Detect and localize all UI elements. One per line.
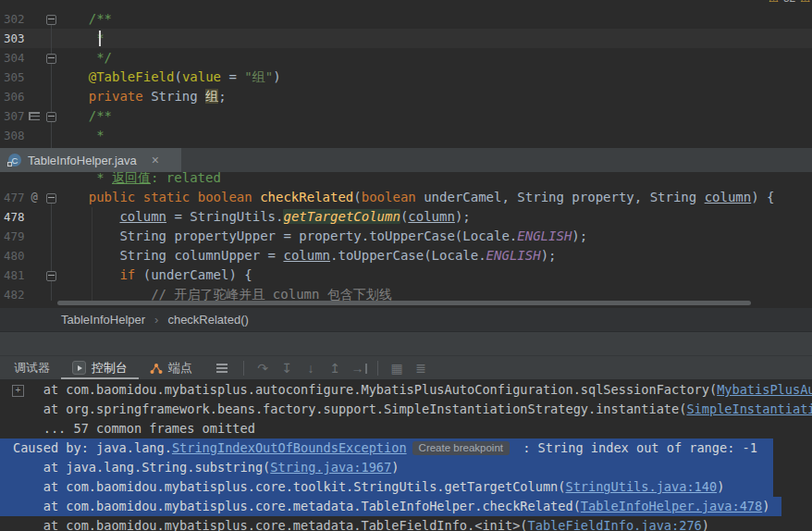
editor-top[interactable]: 302 /** 303 * 304 */ 305 @TableField(val… (0, 0, 812, 148)
code-line-partial[interactable]: * 返回值: related (0, 172, 812, 188)
code-text[interactable]: if (underCamel) { (57, 266, 812, 285)
stacktrace-link[interactable]: TableFieldInfo.java:276 (528, 518, 702, 531)
line-number: 478 (4, 207, 30, 227)
breadcrumb: TableInfoHelper › checkRelated() (0, 308, 812, 331)
code-text[interactable]: public static boolean checkRelated(boole… (57, 188, 812, 207)
text-segment: (underCamel) { (135, 267, 252, 282)
text-segment: : String index out of range: -1 (515, 440, 757, 455)
code-text[interactable]: * (57, 126, 812, 145)
stacktrace-link[interactable]: StringUtils.java:140 (565, 479, 717, 494)
tab-console[interactable]: 控制台 (61, 356, 139, 379)
toolbar-separator (243, 361, 244, 376)
tab-debugger[interactable]: 调试器 (3, 356, 61, 379)
editor-bottom[interactable]: * 返回值: related 477 @ public static boole… (0, 172, 812, 308)
text-segment: String (151, 89, 205, 104)
code-line[interactable]: 308 * (0, 126, 812, 145)
endpoints-icon (150, 362, 163, 375)
console-line[interactable]: at com.baomidou.mybatisplus.core.metadat… (0, 497, 812, 516)
text-segment: value (182, 69, 221, 84)
text-segment: @TableField (89, 69, 175, 84)
step-over-icon[interactable]: ↷ (251, 361, 275, 376)
fold-marker-icon[interactable] (46, 112, 56, 122)
text-segment (57, 248, 119, 263)
code-line[interactable]: 479 String propertyUpper = property.toUp… (0, 227, 812, 246)
code-text[interactable]: private String 组; (57, 87, 812, 106)
console-line[interactable]: at com.baomidou.mybatisplus.core.toolkit… (0, 477, 812, 497)
expand-trace-icon[interactable]: + (12, 385, 24, 397)
code-text[interactable]: @TableField(value = "组") (57, 68, 812, 87)
horizontal-scrollbar[interactable] (57, 301, 751, 305)
console-line[interactable]: at com.baomidou.mybatisplus.core.metadat… (0, 516, 812, 531)
code-line[interactable]: 302 /** (0, 9, 812, 29)
console-line[interactable]: at com.baomidou.mybatisplus.autoconfigur… (0, 380, 812, 400)
code-line[interactable]: 480 String columnUpper = column.toUpperC… (0, 246, 812, 266)
fold-guide (51, 197, 52, 301)
code-text[interactable]: String columnUpper = column.toUpperCase(… (57, 246, 812, 266)
code-line[interactable]: 304 */ (0, 48, 812, 68)
text-segment: ( (174, 69, 181, 84)
text-segment (57, 108, 89, 123)
console-line-caused-by[interactable]: Caused by: java.lang.StringIndexOutOfBou… (0, 438, 812, 458)
run-to-cursor-icon[interactable]: → (347, 361, 371, 376)
trace-settings-icon[interactable]: ≣ (409, 361, 433, 376)
tab-tableinfohelper[interactable]: C TableInfoHelper.java × (0, 148, 181, 172)
stacktrace-link[interactable]: TableInfoHelper.java:478 (581, 499, 762, 513)
step-out-icon[interactable]: ↥ (323, 361, 347, 376)
text-segment: ) (762, 499, 769, 513)
line-number: 306 (4, 87, 30, 106)
console-line[interactable]: at java.lang.String.substring(String.jav… (0, 458, 812, 477)
fold-marker-icon[interactable] (46, 15, 56, 25)
text-segment (57, 190, 89, 204)
ide-window: 302 /** 303 * 304 */ 305 @TableField(val… (0, 0, 812, 531)
inspection-widget[interactable]: ⚠ 52 ⚠ (769, 0, 810, 5)
annotation-gutter-icon[interactable]: @ (26, 188, 43, 207)
stacktrace-link[interactable]: MybatisPlusAutoC (717, 382, 812, 397)
code-line[interactable]: 477 @ public static boolean checkRelated… (0, 188, 812, 207)
stacktrace-link[interactable]: StringIndexOutOfBoundsException (172, 440, 407, 455)
code-line-execution[interactable]: 478 column = StringUtils.getTargetColumn… (0, 207, 812, 227)
text-segment: column (705, 190, 752, 204)
console-line[interactable]: ... 57 common frames omitted (0, 419, 812, 438)
code-line[interactable]: 481 if (underCamel) { (0, 266, 812, 285)
code-line[interactable]: 306 private String 组; (0, 87, 812, 106)
text-segment: checkRelated (260, 190, 353, 204)
text-segment: Caused by: java.lang. (13, 440, 172, 455)
fold-marker-icon[interactable] (46, 54, 56, 64)
text-segment: at org.springframework.beans.factory.sup… (13, 401, 686, 416)
code-text[interactable]: * 返回值: related (57, 172, 812, 188)
tab-label: TableInfoHelper.java (28, 154, 137, 167)
stacktrace-link[interactable]: String.java:1967 (270, 460, 391, 475)
text-segment: * (57, 128, 105, 142)
code-text[interactable]: */ (57, 48, 812, 68)
text-segment: at com.baomidou.mybatisplus.core.metadat… (13, 499, 581, 513)
create-breakpoint-badge[interactable]: Create breakpoint (412, 441, 510, 455)
code-text[interactable]: * (57, 29, 812, 48)
code-line-current[interactable]: 303 * (0, 29, 812, 48)
code-text[interactable]: /** (57, 106, 812, 126)
text-segment: /** (89, 11, 112, 26)
console-line[interactable]: at org.springframework.beans.factory.sup… (0, 400, 812, 419)
debug-console[interactable]: + at com.baomidou.mybatisplus.autoconfig… (0, 380, 812, 531)
code-text[interactable]: String propertyUpper = property.toUpperC… (57, 227, 812, 246)
fold-marker-icon[interactable] (46, 271, 56, 281)
step-into-icon[interactable]: ↧ (275, 361, 299, 376)
evaluate-expression-icon[interactable]: ▦ (385, 361, 409, 376)
text-segment: String columnUpper = (119, 248, 283, 263)
tab-endpoints[interactable]: 端点 (139, 356, 203, 379)
stacktrace-link[interactable]: SimpleInstantiation (686, 401, 812, 416)
code-line[interactable]: 307 /** (0, 106, 812, 126)
fold-marker-icon[interactable] (46, 193, 56, 204)
text-segment (57, 69, 89, 84)
code-text[interactable]: column = StringUtils.getTargetColumn(col… (57, 207, 812, 227)
java-class-icon: C (7, 153, 22, 167)
close-icon[interactable]: × (152, 153, 159, 167)
breadcrumb-method[interactable]: checkRelated() (167, 313, 248, 327)
bookmark-list-icon[interactable] (29, 112, 40, 120)
warning-icon: ⚠ (800, 0, 810, 5)
text-segment: ENGLISH (517, 228, 572, 243)
code-line[interactable]: 305 @TableField(value = "组") (0, 68, 812, 87)
force-step-into-icon[interactable]: ↓ (299, 361, 323, 376)
layout-settings-icon[interactable] (216, 364, 228, 373)
code-text[interactable]: /** (57, 9, 812, 29)
breadcrumb-class[interactable]: TableInfoHelper (61, 313, 145, 327)
